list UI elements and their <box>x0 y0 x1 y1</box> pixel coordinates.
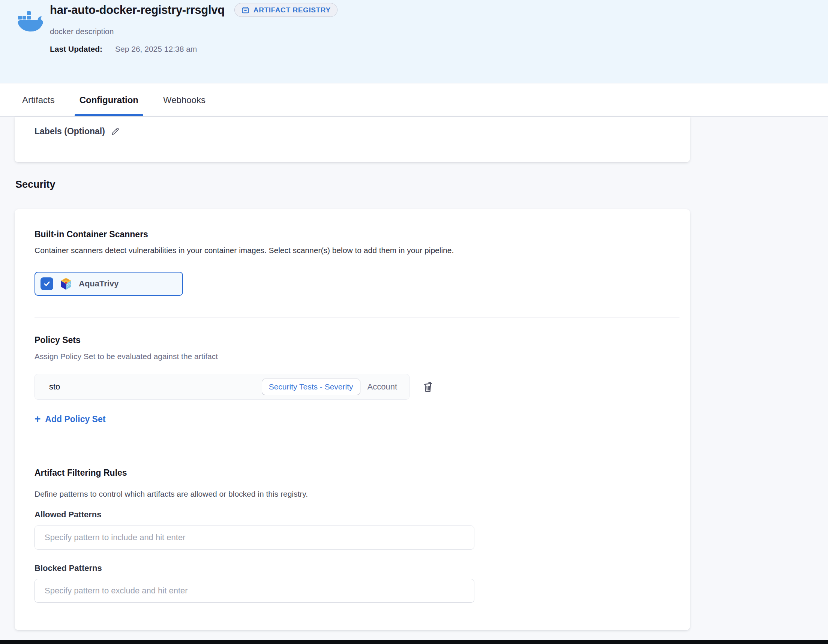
labels-optional-title: Labels (Optional) <box>34 126 105 136</box>
page-title: har-auto-docker-registry-rrsglvq <box>50 3 224 17</box>
allowed-patterns-label: Allowed Patterns <box>34 510 101 520</box>
scanner-option-label: AquaTrivy <box>79 279 119 288</box>
edit-pencil-icon[interactable] <box>110 127 120 136</box>
tab-webhooks[interactable]: Webhooks <box>158 84 210 116</box>
policy-set-chip[interactable]: Security Tests - Severity <box>262 379 361 395</box>
scanner-checkbox[interactable] <box>41 277 53 290</box>
scanner-option-aquatrivy[interactable]: AquaTrivy <box>34 272 183 296</box>
add-policy-set-button[interactable]: + Add Policy Set <box>34 414 105 424</box>
badge-label: ARTIFACT REGISTRY <box>254 6 331 14</box>
policy-sets-description: Assign Policy Set to be evaluated agains… <box>34 352 218 361</box>
last-updated-value: Sep 26, 2025 12:38 am <box>115 45 197 53</box>
page-header: har-auto-docker-registry-rrsglvq ARTIFAC… <box>0 0 828 83</box>
check-icon <box>43 280 51 288</box>
trash-icon <box>422 381 434 393</box>
labels-card: Labels (Optional) <box>15 117 690 162</box>
section-divider <box>34 447 679 447</box>
policy-set-row: Security Tests - Severity Account <box>34 374 409 400</box>
docker-whale-icon <box>17 11 44 34</box>
bottom-edge-bar <box>0 640 828 644</box>
allowed-patterns-input[interactable] <box>34 525 474 550</box>
section-divider <box>34 318 679 318</box>
last-updated-row: Last Updated: Sep 26, 2025 12:38 am <box>50 45 197 53</box>
blocked-patterns-label: Blocked Patterns <box>34 563 102 573</box>
delete-policy-set-button[interactable] <box>420 379 435 394</box>
add-policy-set-label: Add Policy Set <box>45 414 105 424</box>
security-section-heading: Security <box>16 179 55 190</box>
artifact-registry-badge: ARTIFACT REGISTRY <box>234 3 337 17</box>
registry-description: docker description <box>50 27 114 36</box>
scanners-title: Built-in Container Scanners <box>34 229 148 240</box>
plus-icon: + <box>34 414 41 424</box>
scanners-description: Container scanners detect vulnerabilitie… <box>34 246 454 255</box>
last-updated-label: Last Updated: <box>50 45 102 53</box>
policy-set-scope: Account <box>367 382 397 392</box>
security-card: Built-in Container Scanners Container sc… <box>15 209 690 630</box>
policy-sets-title: Policy Sets <box>34 335 81 345</box>
blocked-patterns-input[interactable] <box>34 579 474 603</box>
tab-bar: Artifacts Configuration Webhooks <box>0 84 828 117</box>
trivy-logo-icon <box>59 277 73 290</box>
tab-artifacts[interactable]: Artifacts <box>17 84 60 116</box>
configuration-content: Labels (Optional) Security Built-in Cont… <box>0 117 828 644</box>
artifact-registry-page: har-auto-docker-registry-rrsglvq ARTIFAC… <box>0 0 828 644</box>
filtering-rules-title: Artifact Filtering Rules <box>34 468 127 478</box>
filtering-rules-description: Define patterns to control which artifac… <box>34 490 308 498</box>
tab-configuration[interactable]: Configuration <box>75 84 143 116</box>
archive-box-icon <box>241 6 250 14</box>
policy-set-input[interactable] <box>35 374 262 399</box>
